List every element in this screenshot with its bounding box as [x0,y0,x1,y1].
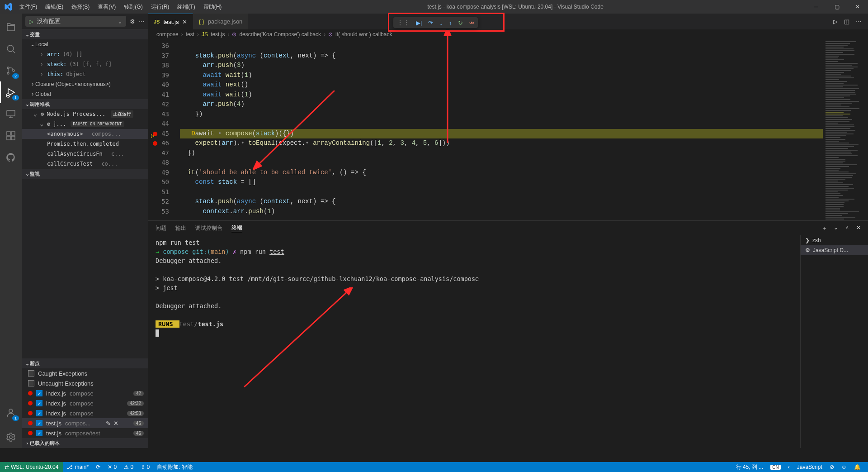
new-terminal-icon[interactable]: ＋ [822,224,827,232]
continue-icon[interactable]: ▶| [416,19,422,26]
feedback-icon[interactable]: ☺ [838,463,850,471]
close-icon[interactable]: ✕ [182,19,187,25]
run-debug-icon[interactable]: 1 [0,81,22,103]
debug-toolbar[interactable]: ⋮⋮ ▶| ↷ ↓ ↑ ↻ ⚮ [393,17,478,28]
gutter[interactable]: 36373839404142434445▷4647484950515253 [148,39,180,220]
svg-point-4 [7,67,9,69]
vscode-icon [0,3,16,11]
settings-icon[interactable] [0,426,22,448]
sync-icon[interactable]: ⟳ [92,464,104,470]
caught-exceptions[interactable]: Caught Exceptions [22,368,148,378]
play-icon[interactable]: ▷ [29,18,33,25]
checkbox-icon[interactable]: ✓ [36,400,42,406]
stack-frame[interactable]: <anonymous> compos... [22,129,148,139]
breakpoint-item[interactable]: ✓ index.js compose 42:53 [22,408,148,418]
auto-attach[interactable]: 自动附加: 智能 [153,463,196,471]
terminal-js-debug[interactable]: ⚙JavaScript D... [801,245,868,255]
step-out-icon[interactable]: ↑ [449,19,452,26]
breakpoint-item[interactable]: ✓ index.js compose 42:32 [22,398,148,408]
code-editor[interactable]: stack.push(async (context, next) => { ar… [180,39,823,220]
errors[interactable]: ✕ 0 [104,464,120,470]
search-icon[interactable] [0,38,22,60]
remote-explorer-icon[interactable] [0,103,22,125]
breadcrumb[interactable]: compose› test› JS test.js› ⊘ describe('K… [148,29,868,39]
global-scope[interactable]: ›Global [22,89,148,99]
restart-icon[interactable]: ↻ [458,19,463,26]
maximize-button[interactable]: ▢ [826,0,847,14]
callstack-thread[interactable]: ⌄⚙j... PAUSED ON BREAKPOINT [22,119,148,129]
language-mode[interactable]: JavaScript [793,463,826,471]
panel-tab-terminal[interactable]: 终端 [231,224,242,232]
extensions-icon[interactable] [0,125,22,147]
breakpoint-item[interactable]: ✓ test.js compose/test 46 [22,428,148,438]
remote-indicator[interactable]: ⇄WSL: Ubuntu-20.04 [0,462,63,472]
github-icon[interactable] [0,147,22,168]
tab-test-js[interactable]: JS test.js ✕ [148,14,193,29]
variables-header[interactable]: ⌄变量 [22,29,148,39]
minimize-button[interactable]: ─ [806,0,826,14]
menu-terminal[interactable]: 终端(T) [174,0,198,14]
explorer-icon[interactable] [0,16,22,38]
close-panel-icon[interactable]: ✕ [856,224,861,232]
closure-scope[interactable]: ›Closure (Object.<anonymous>) [22,79,148,89]
stack-frame[interactable]: callCircusTest co... [22,159,148,169]
menu-file[interactable]: 文件(F) [16,0,41,14]
editor-more-icon[interactable]: ⋯ [856,18,862,25]
stack-frame[interactable]: Promise.then.completed [22,139,148,149]
git-branch[interactable]: ⎇main* [63,464,92,470]
menu-help[interactable]: 帮助(H) [200,0,226,14]
ime-indicator[interactable]: CN [770,465,780,470]
panel-tab-problems[interactable]: 问题 [156,224,166,232]
port-forward[interactable]: ⇪ 0 [137,464,153,470]
tweet-icon[interactable]: ⊘ [826,463,838,471]
stack-frame[interactable]: callAsyncCircusFn c... [22,149,148,159]
close-button[interactable]: ✕ [847,0,868,14]
drag-grip-icon[interactable]: ⋮⋮ [397,19,410,26]
account-icon[interactable]: 1 [0,402,22,424]
breakpoints-header[interactable]: ⌄断点 [22,358,148,368]
terminal[interactable]: npm run test→ compose git:(main) ✗ npm r… [148,235,800,448]
callstack-process[interactable]: ⌄⚙Node.js Process... 正在运行 [22,109,148,119]
tab-package-json[interactable]: { } package.json [193,14,248,29]
terminal-dropdown-icon[interactable]: ⌄ [834,224,838,232]
run-file-icon[interactable]: ▷ [833,18,838,25]
menu-run[interactable]: 运行(R) [147,0,173,14]
run-config-dropdown[interactable]: ▷ 没有配置 ⌄ [25,16,126,27]
watch-header[interactable]: ⌄监视 [22,169,148,179]
callstack-header[interactable]: ⌄调用堆栈 [22,99,148,109]
warnings[interactable]: ⚠ 0 [120,464,137,470]
chevron-down-icon[interactable]: ⌄ [118,18,123,25]
svg-point-5 [7,72,9,74]
uncaught-exceptions[interactable]: Uncaught Exceptions [22,378,148,388]
more-icon[interactable]: ⋯ [139,18,145,25]
disconnect-icon[interactable]: ⚮ [469,19,474,26]
notifications-icon[interactable]: 🔔 [850,463,864,471]
step-into-icon[interactable]: ↓ [439,19,443,26]
lang-prev-icon[interactable]: ‹ [784,463,793,471]
scm-icon[interactable]: 2 [0,60,22,81]
ln-col[interactable]: 行 45, 列 ... [732,463,767,471]
panel-tab-debug[interactable]: 调试控制台 [195,224,222,232]
breakpoint-item[interactable]: ✓ test.js compos... ✎✕ 45 [22,418,148,428]
tab-bar: JS test.js ✕ { } package.json ▷ ◫ ⋯ [148,14,868,29]
split-editor-icon[interactable]: ◫ [844,18,849,25]
step-over-icon[interactable]: ↷ [428,19,433,26]
checkbox-icon[interactable]: ✓ [36,420,42,426]
maximize-panel-icon[interactable]: ＾ [844,224,850,232]
menu-go[interactable]: 转到(G) [120,0,146,14]
checkbox-icon[interactable]: ✓ [36,430,42,436]
edit-icon[interactable]: ✎ [106,420,111,427]
remove-icon[interactable]: ✕ [113,420,118,427]
menu-edit[interactable]: 编辑(E) [42,0,67,14]
menu-view[interactable]: 查看(V) [94,0,119,14]
checkbox-icon[interactable]: ✓ [36,410,42,416]
menu-selection[interactable]: 选择(S) [68,0,93,14]
terminal-zsh[interactable]: ❯zsh [801,235,868,245]
breakpoint-item[interactable]: ✓ index.js compose 42 [22,388,148,398]
local-scope[interactable]: ⌄Local [22,39,148,49]
panel-tab-output[interactable]: 输出 [175,224,186,232]
checkbox-icon[interactable]: ✓ [36,390,42,396]
loaded-scripts-header[interactable]: ›已载入的脚本 [22,438,148,448]
minimap[interactable] [823,39,868,220]
gear-icon[interactable]: ⚙ [130,18,135,25]
